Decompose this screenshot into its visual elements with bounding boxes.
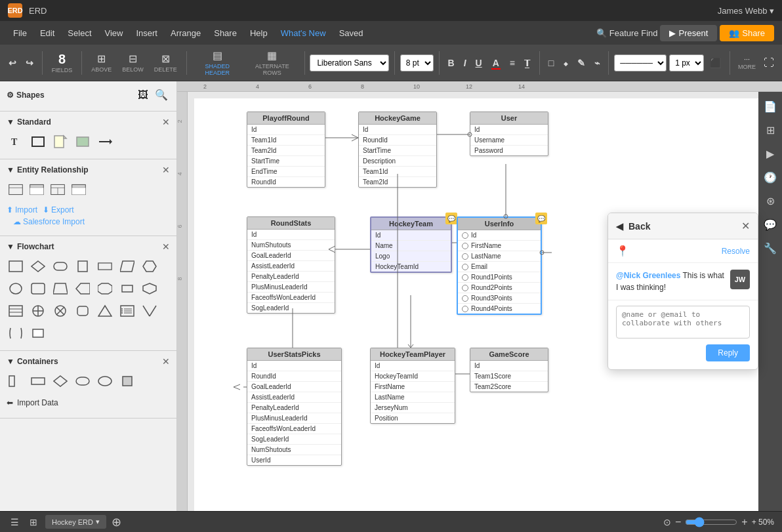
menu-select[interactable]: Select: [62, 26, 96, 41]
fc-x-circle[interactable]: [51, 302, 70, 320]
shapes-image-button[interactable]: 🖼: [136, 87, 150, 103]
add-page-button[interactable]: ⊕: [112, 515, 121, 529]
entity-close-button[interactable]: ✕: [162, 165, 170, 175]
rs-video-button[interactable]: ▶: [760, 143, 781, 164]
rs-pages-button[interactable]: 📄: [760, 96, 781, 117]
fc-list[interactable]: [7, 302, 25, 320]
fc-banner[interactable]: [96, 257, 114, 276]
user-name[interactable]: James Webb ▾: [718, 6, 774, 16]
menu-edit[interactable]: Edit: [35, 26, 60, 41]
er-table-shape-4[interactable]: [70, 180, 88, 199]
reply-button[interactable]: Reply: [706, 344, 750, 361]
line-options-button[interactable]: ⬛: [707, 54, 724, 72]
font-size-selector[interactable]: 8 pt: [400, 54, 434, 72]
fc-bullet-list[interactable]: [118, 302, 136, 320]
font-color-button[interactable]: A: [488, 54, 504, 72]
line-style-selector[interactable]: ───────: [614, 54, 667, 72]
game-score-table[interactable]: GameScore Id Team1Score Team2Score: [470, 348, 548, 392]
fc-filled-sq[interactable]: [29, 324, 47, 342]
add-above-button[interactable]: ⊞ ABOVE: [87, 50, 115, 75]
round-stats-table[interactable]: RoundStats Id NumShutouts GoalLeaderId A…: [247, 216, 335, 314]
bold-button[interactable]: B: [445, 54, 458, 72]
add-below-button[interactable]: ⊟ BELOW: [118, 50, 148, 75]
fc-bracket2[interactable]: [7, 324, 25, 342]
er-table-shape-2[interactable]: [28, 180, 46, 199]
fill-color-button[interactable]: ⬥: [560, 54, 571, 72]
rectangle-shape[interactable]: [29, 133, 47, 151]
fc-shield[interactable]: [140, 279, 159, 298]
cont-sm-rect[interactable]: [118, 372, 136, 390]
canvas-area[interactable]: 2 4 6 8 10 12 14 2 4 6 8 PlayoffRound Id…: [177, 81, 782, 511]
shape-fill-button[interactable]: □: [545, 54, 557, 72]
shapes-section-header[interactable]: ⚙ Shapes 🖼 🔍: [0, 81, 176, 106]
undo-button[interactable]: ↩: [5, 54, 20, 72]
zoom-in-button[interactable]: +: [741, 516, 747, 528]
fullscreen-button[interactable]: ⛶: [761, 56, 777, 70]
containers-close-button[interactable]: ✕: [162, 356, 170, 367]
hockey-team-player-table[interactable]: HockeyTeamPlayer Id HockeyTeamId FirstNa…: [370, 348, 455, 424]
menu-view[interactable]: View: [100, 26, 129, 41]
page-tab[interactable]: Hockey ERD ▾: [45, 515, 106, 529]
comment-close-button[interactable]: ✕: [741, 220, 750, 232]
list-view-button[interactable]: ☰: [8, 516, 22, 529]
connection-style-button[interactable]: ⌁: [591, 54, 603, 72]
italic-button[interactable]: I: [461, 54, 470, 72]
fc-rounded-rect[interactable]: [51, 257, 70, 276]
arrow-shape[interactable]: [96, 133, 114, 151]
menu-share[interactable]: Share: [209, 26, 242, 41]
flowchart-close-button[interactable]: ✕: [162, 241, 170, 252]
zoom-slider[interactable]: [685, 517, 737, 527]
text-shape[interactable]: T: [7, 133, 25, 151]
rs-format-button[interactable]: ⊞: [760, 119, 781, 140]
fc-circle[interactable]: [7, 279, 25, 298]
cont-wide[interactable]: [29, 372, 47, 390]
rs-tools-button[interactable]: 🔧: [760, 237, 781, 258]
er-table-shape-3[interactable]: [49, 180, 67, 199]
font-selector[interactable]: Liberation Sans: [310, 54, 388, 72]
import-data-button[interactable]: ⬅ Import Data: [0, 393, 176, 413]
playoff-round-table[interactable]: PlayoffRound Id Team1Id Team2Id StartTim…: [247, 112, 325, 188]
delete-button[interactable]: ⊠ DELETE: [150, 50, 181, 75]
hockey-game-table[interactable]: HockeyGame Id RoundId StartTime Descript…: [358, 112, 437, 188]
note-shape[interactable]: [51, 133, 70, 151]
zoom-out-button[interactable]: −: [675, 516, 681, 528]
menu-help[interactable]: Help: [245, 26, 273, 41]
user-stats-picks-table[interactable]: UserStatsPicks Id RoundId GoalLeaderId A…: [247, 348, 342, 466]
fc-bracket[interactable]: [96, 279, 114, 298]
user-info-table[interactable]: UserInfo 💬 Id FirstName LastName Email R…: [457, 216, 542, 315]
share-button[interactable]: 👥 Share: [720, 25, 774, 41]
grid-view-button[interactable]: ⊞: [27, 516, 40, 529]
fc-parallelogram[interactable]: [118, 257, 136, 276]
cont-ellipse[interactable]: [96, 372, 114, 390]
underline-button[interactable]: U: [472, 54, 485, 72]
shaded-header-button[interactable]: ▤ SHADED HEADER: [192, 47, 243, 79]
align-button[interactable]: ≡: [506, 54, 518, 72]
line-width-selector[interactable]: 1 px: [669, 54, 704, 72]
text-options-button[interactable]: T̲: [521, 54, 534, 72]
fc-rect[interactable]: [7, 257, 25, 276]
more-button[interactable]: ··· MORE: [735, 54, 758, 72]
containers-section-header[interactable]: ▼ Containers ✕: [0, 351, 176, 369]
entity-section-header[interactable]: ▼ Entity Relationship ✕: [0, 159, 176, 178]
user-table[interactable]: User Id Username Password: [470, 112, 548, 156]
comment-back-button[interactable]: ◀: [616, 221, 623, 232]
hockey-team-table[interactable]: HockeyTeam 💬 Id Name Logo HockeyTeamId: [370, 216, 452, 273]
menu-file[interactable]: File: [8, 26, 32, 41]
fc-small-rect[interactable]: [118, 279, 136, 298]
cont-tall[interactable]: [7, 372, 25, 390]
feature-find-button[interactable]: 🔍 Feature Find: [596, 28, 658, 38]
filled-rect-shape[interactable]: [73, 133, 92, 151]
er-table-shape-1[interactable]: [7, 180, 25, 199]
fc-diamond[interactable]: [29, 257, 47, 276]
fc-tall-rect[interactable]: [73, 257, 92, 276]
cont-pill[interactable]: [73, 372, 92, 390]
fc-merge[interactable]: [140, 302, 159, 320]
present-button[interactable]: ▶ Present: [660, 25, 717, 41]
fc-rounded-sq[interactable]: [73, 302, 92, 320]
export-button[interactable]: ⬇ Export: [43, 205, 74, 215]
menu-insert[interactable]: Insert: [131, 26, 163, 41]
fields-counter-button[interactable]: 8 FIELDS: [48, 51, 77, 75]
rs-comment-button[interactable]: 💬: [760, 214, 781, 235]
comment-input[interactable]: [616, 306, 750, 338]
fc-left-arrow[interactable]: [73, 279, 92, 298]
